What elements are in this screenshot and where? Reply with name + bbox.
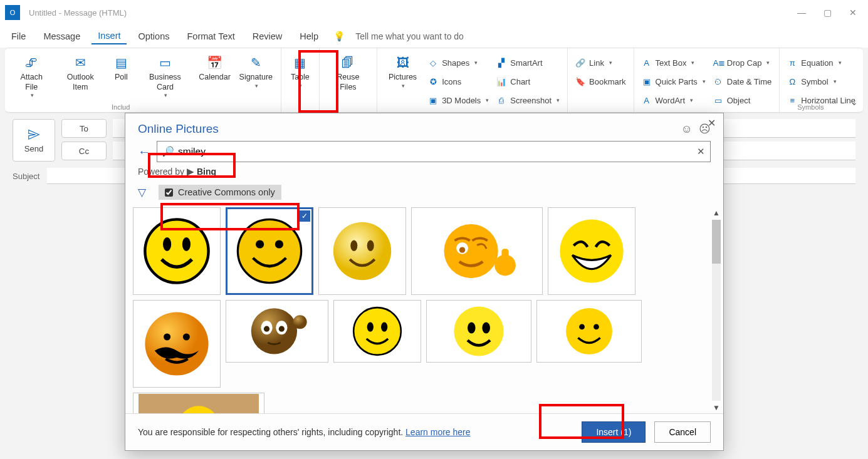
attach-file-button[interactable]: 🖇Attach File▾ bbox=[9, 52, 54, 102]
smartart-button[interactable]: ▞SmartArt bbox=[496, 54, 560, 71]
search-input[interactable] bbox=[178, 146, 697, 157]
svg-point-28 bbox=[468, 322, 476, 334]
results-scrollbar[interactable]: ▲ ▼ bbox=[711, 207, 722, 413]
svg-point-31 bbox=[579, 324, 585, 330]
menu-file[interactable]: File bbox=[5, 29, 32, 44]
insert-button[interactable]: Insert (1) bbox=[582, 421, 646, 443]
ribbon-group-tables: ▦Table▾ bbox=[281, 48, 320, 112]
scroll-thumb[interactable] bbox=[712, 220, 721, 264]
svg-point-16 bbox=[164, 334, 170, 341]
send-button[interactable]: Send bbox=[13, 119, 55, 162]
result-3[interactable] bbox=[318, 207, 406, 295]
ribbon-group-links: 🔗Link▾ 🔖Bookmark bbox=[568, 48, 634, 112]
menu-help[interactable]: Help bbox=[293, 29, 325, 44]
menu-insert[interactable]: Insert bbox=[92, 28, 127, 44]
svg-point-22 bbox=[279, 326, 285, 332]
pictures-button[interactable]: 🖼Pictures▾ bbox=[381, 52, 424, 92]
result-9[interactable] bbox=[426, 300, 531, 363]
poll-button[interactable]: ▤Poll bbox=[107, 52, 136, 85]
table-button[interactable]: ▦Table▾ bbox=[285, 52, 315, 92]
svg-point-1 bbox=[163, 237, 171, 251]
result-1[interactable] bbox=[133, 207, 221, 295]
svg-point-29 bbox=[482, 322, 490, 334]
svg-point-30 bbox=[566, 308, 612, 354]
wordart-button[interactable]: AWordArt▾ bbox=[642, 92, 706, 108]
tellme-input[interactable]: Tell me what you want to do bbox=[355, 31, 464, 41]
result-4[interactable] bbox=[411, 207, 543, 295]
svg-point-25 bbox=[367, 322, 374, 331]
datetime-button[interactable]: ⏲Date & Time bbox=[713, 73, 772, 90]
ribbon-group-illustrations: 🖼Pictures▾ ◇Shapes▾ ✪Icons ▣3D Models▾ ▞… bbox=[377, 48, 568, 112]
menu-format-text[interactable]: Format Text bbox=[180, 29, 241, 44]
results-grid: ✓ bbox=[133, 207, 721, 413]
result-8[interactable] bbox=[333, 300, 421, 363]
back-icon[interactable]: ← bbox=[138, 145, 150, 159]
signature-button[interactable]: ✎Signature▾ bbox=[235, 52, 277, 92]
menubar: File Message Insert Options Format Text … bbox=[0, 25, 868, 48]
cc-checkbox[interactable] bbox=[165, 188, 173, 197]
window-controls: — ▢ ✕ bbox=[797, 8, 863, 18]
equation-button[interactable]: πEquation▾ bbox=[787, 54, 855, 71]
cc-button[interactable]: Cc bbox=[61, 142, 107, 160]
symbol-button[interactable]: ΩSymbol▾ bbox=[787, 73, 855, 90]
calendar-button[interactable]: 📅Calendar bbox=[194, 52, 234, 85]
screenshot-button[interactable]: ⎙Screenshot▾ bbox=[496, 92, 560, 108]
result-11[interactable] bbox=[133, 393, 264, 413]
cancel-button[interactable]: Cancel bbox=[654, 421, 711, 443]
link-button[interactable]: 🔗Link▾ bbox=[575, 54, 626, 71]
online-pictures-dialog: ✕ Online Pictures ☺ ☹ ← 🔍 ✕ Powered by ▶… bbox=[125, 113, 724, 451]
scroll-down-icon[interactable]: ▼ bbox=[711, 402, 721, 413]
reuse-files-button[interactable]: 🗐Reuse Files bbox=[323, 52, 373, 95]
dropcap-button[interactable]: A≣Drop Cap▾ bbox=[713, 54, 772, 71]
minimize-icon[interactable]: — bbox=[797, 8, 806, 18]
copyright-note: You are responsible for respecting other… bbox=[138, 427, 573, 437]
dialog-close-icon[interactable]: ✕ bbox=[708, 117, 716, 129]
tellme-icon: 💡 bbox=[333, 31, 345, 42]
icons-button[interactable]: ✪Icons bbox=[428, 73, 489, 90]
object-button[interactable]: ▭Object bbox=[713, 92, 772, 108]
svg-point-6 bbox=[333, 222, 391, 280]
maximize-icon[interactable]: ▢ bbox=[824, 8, 832, 18]
svg-point-24 bbox=[353, 307, 401, 355]
ribbon-label-symbols: Symbols bbox=[797, 103, 824, 111]
titlebar: O Untitled - Message (HTML) — ▢ ✕ bbox=[0, 0, 868, 25]
svg-point-9 bbox=[444, 224, 498, 278]
textbox-button[interactable]: AText Box▾ bbox=[642, 54, 706, 71]
collapse-ribbon-icon[interactable]: ⌄ bbox=[850, 97, 858, 107]
result-2-selected[interactable]: ✓ bbox=[226, 207, 313, 295]
chart-button[interactable]: 📊Chart bbox=[496, 73, 560, 90]
ribbon-group-text: AText Box▾ ▣Quick Parts▾ AWordArt▾ A≣Dro… bbox=[634, 48, 780, 112]
outlook-item-button[interactable]: ✉Outlook Item bbox=[54, 52, 107, 95]
dialog-happy-icon[interactable]: ☺ bbox=[681, 123, 693, 136]
svg-point-27 bbox=[454, 306, 503, 356]
shapes-button[interactable]: ◇Shapes▾ bbox=[428, 54, 489, 71]
menu-message[interactable]: Message bbox=[37, 29, 86, 44]
clear-search-icon[interactable]: ✕ bbox=[697, 146, 705, 157]
filter-icon[interactable]: ▽ bbox=[138, 186, 146, 199]
creative-commons-toggle[interactable]: Creative Commons only bbox=[159, 185, 281, 200]
svg-point-14 bbox=[560, 219, 623, 282]
result-7[interactable] bbox=[226, 300, 328, 363]
svg-point-7 bbox=[350, 240, 357, 251]
svg-point-26 bbox=[381, 322, 387, 331]
search-box[interactable]: 🔍 ✕ bbox=[157, 141, 711, 162]
scroll-up-icon[interactable]: ▲ bbox=[711, 207, 721, 219]
bookmark-button[interactable]: 🔖Bookmark bbox=[575, 73, 626, 90]
learn-more-link[interactable]: Learn more here bbox=[405, 427, 471, 437]
svg-point-32 bbox=[593, 324, 599, 330]
result-6[interactable] bbox=[133, 300, 221, 388]
svg-point-3 bbox=[238, 219, 301, 282]
menu-review[interactable]: Review bbox=[246, 29, 289, 44]
svg-point-4 bbox=[256, 240, 264, 248]
result-10[interactable] bbox=[536, 300, 642, 363]
3d-models-button[interactable]: ▣3D Models▾ bbox=[428, 92, 489, 108]
check-icon: ✓ bbox=[299, 210, 310, 222]
business-card-button[interactable]: ▭Business Card▾ bbox=[136, 52, 195, 102]
result-5[interactable] bbox=[548, 207, 635, 295]
svg-point-15 bbox=[145, 312, 208, 375]
menu-options[interactable]: Options bbox=[132, 29, 175, 44]
close-icon[interactable]: ✕ bbox=[849, 8, 857, 18]
to-button[interactable]: To bbox=[61, 119, 107, 138]
quickparts-button[interactable]: ▣Quick Parts▾ bbox=[642, 73, 706, 90]
powered-by: Powered by ▶ Bing bbox=[125, 165, 723, 181]
